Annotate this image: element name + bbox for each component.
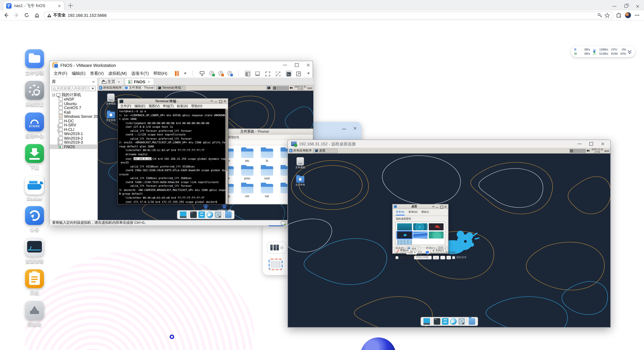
rdp-workspace-switcher[interactable] <box>570 149 586 153</box>
interval-minus-button[interactable]: − <box>440 256 445 259</box>
random-order-checkbox[interactable] <box>452 256 455 259</box>
settings-minimize-icon[interactable] <box>436 205 438 208</box>
rdp-minimize-button[interactable] <box>575 140 584 148</box>
vm-tree-item[interactable]: H-SRV <box>50 123 97 127</box>
vm-tree-item[interactable]: Win2019-1 <box>50 132 97 136</box>
vm-applications-menu[interactable]: 所有应用程序 <box>99 86 122 90</box>
vm-tree-item[interactable]: H-CLI <box>50 127 97 132</box>
vm-tree-item[interactable]: Ubuntu <box>50 101 97 106</box>
menu-edit[interactable]: 编辑(E) <box>72 70 86 76</box>
fnos-app-item[interactable]: 文件管理 <box>23 49 46 76</box>
rdp-desktop[interactable]: 所有应用程序 桌面 2025-12-3117:01 test <box>288 148 610 327</box>
web-browser-icon[interactable] <box>450 318 456 325</box>
settings-tab[interactable]: 背景(B) <box>396 210 404 216</box>
home-button[interactable] <box>33 11 41 19</box>
show-library-icon[interactable] <box>245 70 250 76</box>
menu-vm[interactable]: 虚拟机(M) <box>108 70 126 76</box>
stretch-guest-icon[interactable] <box>296 70 302 76</box>
close-button[interactable]: 关闭(C) <box>430 249 446 253</box>
console-view-icon[interactable] <box>286 70 292 76</box>
browser-minimize-button[interactable] <box>610 3 618 9</box>
vm-desktop-icon-home[interactable]: 主文件夹 <box>102 112 120 122</box>
fnos-app-item[interactable]: Docker <box>23 176 46 201</box>
file-manager-icon[interactable] <box>225 211 232 218</box>
fnos-app-item[interactable]: STORE 应用中心 <box>23 112 46 139</box>
mail-icon[interactable] <box>269 259 282 270</box>
vm-tree-item[interactable]: FNOS <box>50 144 97 149</box>
vmware-title-bar[interactable]: FNOS - VMware Workstation <box>50 61 312 69</box>
thunar-folder-item[interactable]: usr <box>238 184 257 198</box>
notification-bell-icon[interactable] <box>10 339 16 344</box>
url-text[interactable]: 192.168.31.152:5666 <box>68 13 595 17</box>
rdp-applications-menu[interactable]: 所有应用程序 <box>289 149 312 153</box>
vmware-home-tab[interactable]: 主页 <box>98 78 124 85</box>
pause-dropdown-caret[interactable] <box>184 72 186 74</box>
back-button[interactable] <box>2 11 10 19</box>
wallpaper-thumbnail[interactable] <box>413 232 428 239</box>
settings-tab[interactable]: 图标(I) <box>422 210 429 216</box>
interval-plus-button[interactable]: + <box>446 256 451 259</box>
terminal-menu-item[interactable]: 视图(V) <box>148 104 160 108</box>
extensions-puzzle-icon[interactable] <box>615 11 623 19</box>
library-search-input[interactable]: 在此处键入内容进行搜索 <box>51 86 96 91</box>
settings-close-icon[interactable] <box>444 205 447 208</box>
terminal-menu-item[interactable]: 编辑(E) <box>134 104 145 108</box>
rdp-title-bar[interactable]: 192.168.31.152 - 远程桌面连接 <box>288 140 610 148</box>
thunar-folder-item[interactable]: root <box>257 166 277 180</box>
rdp-maximize-button[interactable] <box>586 140 596 148</box>
address-bar[interactable]: 不安全 192.168.31.152:5666 <box>44 11 614 19</box>
favorite-star-icon[interactable] <box>604 12 610 18</box>
fnos-app-item[interactable]: 日志 <box>23 269 46 296</box>
menu-file[interactable]: 文件(F) <box>54 70 67 76</box>
refresh-button[interactable] <box>23 11 31 19</box>
dialog-minimize-button[interactable] <box>340 126 348 132</box>
browser-menu-dots-icon[interactable] <box>633 11 641 19</box>
show-desktop-icon[interactable] <box>180 211 186 218</box>
thunar-folder-item[interactable]: fs <box>257 149 277 163</box>
file-cabinet-icon[interactable] <box>198 211 205 218</box>
browser-tab[interactable]: nas1 - 飞牛 fnOS <box>3 1 64 10</box>
vm-active-window-button[interactable] <box>266 86 272 90</box>
send-ctrl-alt-del-icon[interactable] <box>199 70 205 76</box>
fnos-app-item[interactable]: 系统设置 <box>23 81 46 107</box>
thunar-folder-item[interactable]: proc <box>238 166 257 180</box>
vmware-fnos-tab[interactable]: FNOS <box>125 78 154 85</box>
server-widget-card[interactable]: 请 <box>267 241 287 254</box>
terminal-output[interactable]: test@nas1:~$ ip a1: lo: <LOOPBACK,UP,LOW… <box>118 109 228 204</box>
rdp-desktop-icon-filesystem[interactable]: 文件系统 <box>291 157 309 169</box>
browser-close-button[interactable] <box>633 3 642 9</box>
fnos-app-item[interactable]: 下载 <box>23 144 46 171</box>
vm-taskbar-terminal[interactable]: Terminal 终端 - <box>156 86 186 90</box>
change-background-checkbox[interactable] <box>396 256 398 259</box>
thunar-folder-item[interactable]: etc <box>238 149 257 163</box>
vmware-minimize-button[interactable] <box>280 61 290 69</box>
app-finder-icon[interactable] <box>215 211 221 218</box>
manage-snapshots-icon[interactable] <box>228 71 232 76</box>
vm-workspace-switcher[interactable] <box>273 86 289 90</box>
terminal-minimize-icon[interactable] <box>214 100 217 103</box>
vm-tree-item[interactable]: CentOS 7 <box>50 106 97 110</box>
menu-view[interactable]: 查看(V) <box>90 70 104 76</box>
vm-tree-item[interactable]: Kali <box>50 110 97 114</box>
home-tab-close-icon[interactable] <box>118 81 120 83</box>
rdp-taskbar-desktop[interactable]: 桌面 <box>313 148 338 153</box>
terminal-scrollbar[interactable] <box>226 109 228 204</box>
vm-tree-item[interactable]: Win2019-2 <box>50 136 97 140</box>
settings-maximize-icon[interactable] <box>440 205 443 208</box>
terminal-close-icon[interactable] <box>224 100 226 103</box>
rdp-clock[interactable]: 2025-12-3117:01 <box>592 148 603 153</box>
fnos-app-item[interactable]: 备份 <box>23 206 46 233</box>
terminal-maximize-icon[interactable] <box>219 100 222 103</box>
web-browser-icon[interactable] <box>206 211 213 218</box>
wallpaper-thumbnail[interactable] <box>397 240 412 245</box>
collapse-icon[interactable] <box>52 93 55 96</box>
file-cabinet-icon[interactable] <box>442 318 448 325</box>
vm-volume-icon[interactable] <box>290 86 293 89</box>
browser-restore-button[interactable] <box>622 3 630 9</box>
tab-close-icon[interactable] <box>58 4 61 7</box>
wallpaper-thumbnail[interactable] <box>413 223 428 230</box>
terminal-title-bar[interactable]: Terminal 终端 - <box>118 99 228 104</box>
wallpaper-thumbnail[interactable] <box>397 232 412 239</box>
vmware-maximize-button[interactable] <box>292 61 301 69</box>
profile-avatar[interactable] <box>624 11 632 19</box>
